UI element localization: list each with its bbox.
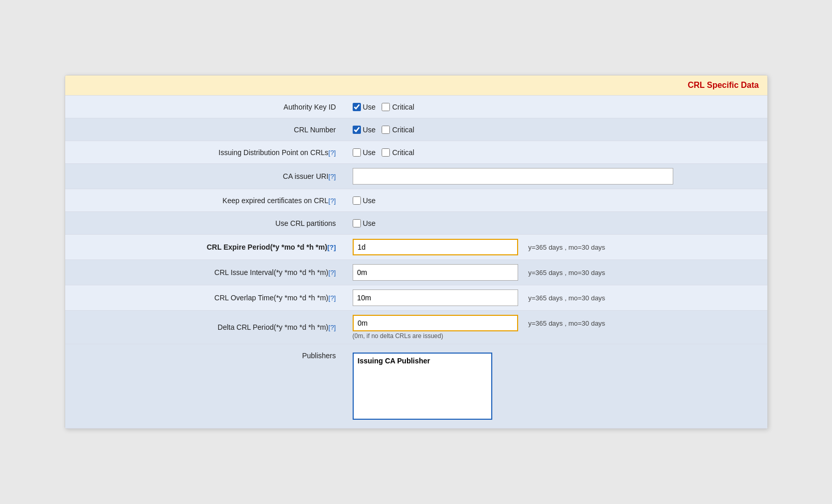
label-publishers: Publishers xyxy=(65,344,344,364)
authority-key-id-critical-group[interactable]: Critical xyxy=(382,103,414,111)
section-header: CRL Specific Data xyxy=(65,75,767,96)
delta-crl-period-col: y=365 days , mo=30 days (0m, if no delta… xyxy=(353,315,606,340)
help-crl-issue-interval[interactable]: [?] xyxy=(328,269,336,277)
row-keep-expired: Keep expired certificates on CRL[?] Use xyxy=(65,189,767,212)
issuing-dist-use-label: Use xyxy=(363,148,376,157)
label-crl-number: CRL Number xyxy=(65,121,344,138)
row-crl-partitions: Use CRL partitions Use xyxy=(65,212,767,235)
crl-overlap-time-input[interactable] xyxy=(353,289,518,306)
label-delta-crl-period: Delta CRL Period(*y *mo *d *h *m)[?] xyxy=(65,319,344,335)
issuing-dist-critical-group[interactable]: Critical xyxy=(382,148,414,157)
label-crl-partitions: Use CRL partitions xyxy=(65,215,344,232)
crl-overlap-time-hint: y=365 days , mo=30 days xyxy=(528,294,606,302)
issuing-dist-critical-label: Critical xyxy=(392,148,414,157)
keep-expired-use-label: Use xyxy=(363,196,376,205)
authority-key-id-use-checkbox[interactable] xyxy=(353,103,361,111)
crl-number-use-checkbox[interactable] xyxy=(353,126,361,134)
issuing-dist-use-group[interactable]: Use xyxy=(353,148,376,157)
label-crl-expire-period: CRL Expire Period(*y *mo *d *h *m)[?] xyxy=(65,239,344,255)
row-crl-expire-period: CRL Expire Period(*y *mo *d *h *m)[?] y=… xyxy=(65,235,767,260)
crl-expire-period-hint: y=365 days , mo=30 days xyxy=(528,243,606,251)
crl-number-critical-checkbox[interactable] xyxy=(382,126,390,134)
row-crl-overlap-time: CRL Overlap Time(*y *mo *d *h *m)[?] y=3… xyxy=(65,285,767,311)
content-crl-partitions: Use xyxy=(344,215,767,232)
delta-crl-period-hint: y=365 days , mo=30 days xyxy=(528,319,606,327)
crl-number-critical-group[interactable]: Critical xyxy=(382,126,414,134)
help-ca-issuer-uri[interactable]: [?] xyxy=(328,173,336,180)
issuing-dist-critical-checkbox[interactable] xyxy=(382,148,390,157)
content-crl-overlap-time: y=365 days , mo=30 days xyxy=(344,285,767,310)
content-keep-expired: Use xyxy=(344,192,767,209)
authority-key-id-critical-checkbox[interactable] xyxy=(382,103,390,111)
row-publishers: Publishers Issuing CA Publisher xyxy=(65,344,767,429)
help-crl-overlap-time[interactable]: [?] xyxy=(328,294,336,302)
authority-key-id-use-group[interactable]: Use xyxy=(353,103,376,111)
publishers-listbox[interactable]: Issuing CA Publisher xyxy=(353,353,492,420)
row-delta-crl-period: Delta CRL Period(*y *mo *d *h *m)[?] y=3… xyxy=(65,311,767,344)
authority-key-id-critical-label: Critical xyxy=(392,103,414,111)
crl-expire-period-input[interactable] xyxy=(353,239,518,255)
authority-key-id-use-label: Use xyxy=(363,103,376,111)
help-crl-expire-period[interactable]: [?] xyxy=(327,243,336,251)
crl-partitions-use-label: Use xyxy=(363,219,376,227)
help-issuing-distribution-point[interactable]: [?] xyxy=(328,149,336,157)
row-crl-issue-interval: CRL Issue Interval(*y *mo *d *h *m)[?] y… xyxy=(65,260,767,285)
row-ca-issuer-uri: CA issuer URI[?] xyxy=(65,164,767,189)
content-authority-key-id: Use Critical xyxy=(344,99,767,115)
label-crl-overlap-time: CRL Overlap Time(*y *mo *d *h *m)[?] xyxy=(65,289,344,306)
label-crl-issue-interval: CRL Issue Interval(*y *mo *d *h *m)[?] xyxy=(65,264,344,281)
label-keep-expired: Keep expired certificates on CRL[?] xyxy=(65,192,344,209)
issuing-dist-use-checkbox[interactable] xyxy=(353,148,361,157)
crl-issue-interval-input[interactable] xyxy=(353,264,518,281)
delta-crl-period-subhint: (0m, if no delta CRLs are issued) xyxy=(353,332,606,340)
content-publishers: Issuing CA Publisher xyxy=(344,344,767,428)
help-keep-expired[interactable]: [?] xyxy=(328,197,336,205)
ca-issuer-uri-input[interactable] xyxy=(353,168,673,185)
crl-number-critical-label: Critical xyxy=(392,126,414,134)
content-delta-crl-period: y=365 days , mo=30 days (0m, if no delta… xyxy=(344,311,767,344)
label-issuing-distribution-point: Issuing Distribution Point on CRLs[?] xyxy=(65,144,344,161)
content-crl-number: Use Critical xyxy=(344,121,767,138)
main-container: CRL Specific Data Authority Key ID Use C… xyxy=(65,75,768,429)
keep-expired-use-group[interactable]: Use xyxy=(353,196,376,205)
crl-issue-interval-hint: y=365 days , mo=30 days xyxy=(528,269,606,277)
crl-number-use-label: Use xyxy=(363,126,376,134)
section-title: CRL Specific Data xyxy=(688,81,759,89)
label-ca-issuer-uri: CA issuer URI[?] xyxy=(65,168,344,185)
content-crl-issue-interval: y=365 days , mo=30 days xyxy=(344,260,767,285)
help-delta-crl-period[interactable]: [?] xyxy=(328,324,336,331)
content-crl-expire-period: y=365 days , mo=30 days xyxy=(344,235,767,259)
crl-number-use-group[interactable]: Use xyxy=(353,126,376,134)
crl-partitions-use-checkbox[interactable] xyxy=(353,219,361,227)
content-ca-issuer-uri xyxy=(344,164,767,189)
list-item[interactable]: Issuing CA Publisher xyxy=(356,356,489,366)
label-authority-key-id: Authority Key ID xyxy=(65,99,344,115)
keep-expired-use-checkbox[interactable] xyxy=(353,196,361,205)
content-issuing-distribution-point: Use Critical xyxy=(344,144,767,161)
delta-crl-period-input[interactable] xyxy=(353,315,518,331)
row-crl-number: CRL Number Use Critical xyxy=(65,118,767,141)
row-authority-key-id: Authority Key ID Use Critical xyxy=(65,96,767,118)
crl-partitions-use-group[interactable]: Use xyxy=(353,219,376,227)
row-issuing-distribution-point: Issuing Distribution Point on CRLs[?] Us… xyxy=(65,141,767,164)
